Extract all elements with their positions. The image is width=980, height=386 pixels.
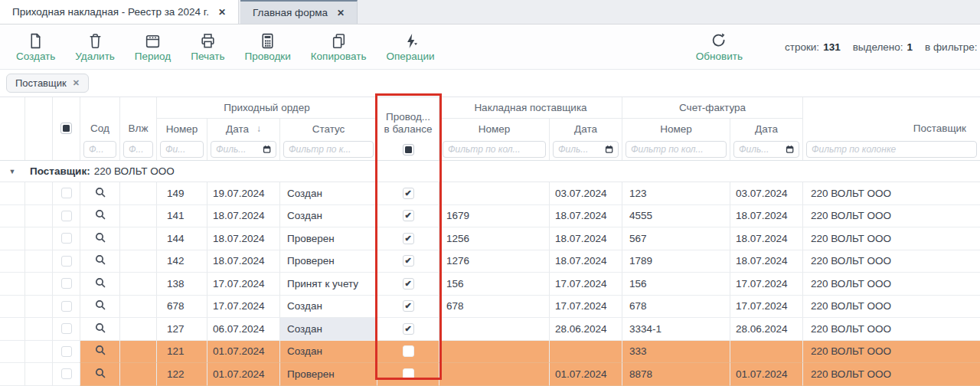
row-checkbox[interactable] (61, 301, 72, 312)
invoice-number-cell[interactable]: 8878 (622, 363, 730, 386)
supplier-cell[interactable]: 220 ВОЛЬТ ООО (802, 250, 980, 273)
row-sod-cell[interactable] (80, 363, 119, 386)
status-cell[interactable]: Создан (279, 182, 377, 205)
posted-in-balance-cell[interactable]: ✔ (377, 205, 439, 228)
row-checkbox[interactable] (61, 368, 72, 379)
column-header-supplier[interactable]: Поставщик (802, 97, 980, 139)
invoice-date-cell[interactable]: 17.07.2024 (730, 273, 802, 296)
supplier-cell[interactable]: 220 ВОЛЬТ ООО (802, 205, 980, 228)
order-number-cell[interactable]: 138 (156, 273, 207, 296)
supplier-invoice-date-cell[interactable]: 18.07.2024 (549, 250, 622, 273)
remove-filter-icon[interactable]: ✕ (73, 78, 80, 88)
supplier-invoice-number-cell[interactable] (439, 182, 549, 205)
supplier-invoice-number-cell[interactable]: 156 (439, 273, 549, 296)
filter-input-supplier[interactable] (812, 144, 972, 155)
order-number-cell[interactable]: 142 (156, 250, 207, 273)
filter-input-vlj[interactable] (129, 144, 148, 155)
toolbar-button[interactable]: Печать (181, 25, 234, 69)
invoice-date-cell[interactable]: 03.07.2024 (730, 182, 802, 205)
toolbar-button[interactable]: Проводки (234, 25, 300, 69)
status-cell[interactable]: Принят к учету (279, 273, 377, 296)
status-cell[interactable]: Создан (279, 318, 377, 341)
row-checkbox[interactable] (61, 188, 72, 198)
table-row[interactable]: 14919.07.2024Создан✔03.07.202412303.07.2… (0, 182, 980, 205)
open-record-icon[interactable] (94, 186, 106, 201)
column-header-status[interactable]: Статус (279, 119, 377, 139)
row-checkbox[interactable] (61, 278, 72, 289)
posted-in-balance-cell[interactable] (377, 363, 439, 386)
open-record-icon[interactable] (94, 322, 106, 336)
filter-input-status[interactable] (289, 144, 368, 155)
posted-in-balance-cell[interactable]: ✔ (377, 318, 439, 341)
posted-in-balance-cell[interactable]: ✔ (377, 182, 439, 205)
supplier-invoice-number-cell[interactable] (439, 341, 549, 364)
table-row[interactable]: 13817.07.2024Принят к учету✔15617.07.202… (0, 273, 980, 296)
supplier-invoice-number-cell[interactable]: 678 (439, 296, 549, 319)
posted-in-balance-cell[interactable] (377, 341, 439, 364)
supplier-invoice-date-cell[interactable]: 03.07.2024 (549, 182, 622, 205)
table-row[interactable]: 14418.07.2024Проверен✔125618.07.20245671… (0, 227, 980, 250)
order-date-cell[interactable]: 18.07.2024 (207, 205, 279, 228)
order-number-cell[interactable]: 127 (156, 318, 207, 341)
column-header-order-number[interactable]: Номер (156, 119, 207, 139)
filter-input-order-number[interactable] (165, 144, 198, 155)
supplier-cell[interactable]: 220 ВОЛЬТ ООО (802, 296, 980, 319)
supplier-invoice-date-cell[interactable]: 18.07.2024 (549, 227, 622, 250)
select-all-checkbox[interactable] (52, 97, 80, 139)
invoice-date-cell[interactable] (730, 341, 802, 364)
order-number-cell[interactable]: 144 (156, 227, 207, 250)
supplier-cell[interactable]: 220 ВОЛЬТ ООО (802, 273, 980, 296)
row-sod-cell[interactable] (80, 341, 119, 364)
filter-input-sf-number[interactable] (631, 144, 721, 155)
row-checkbox[interactable] (61, 256, 72, 267)
posted-checkbox-checked[interactable]: ✔ (403, 233, 414, 244)
posted-checkbox-checked[interactable]: ✔ (403, 323, 414, 335)
invoice-date-cell[interactable]: 18.07.2024 (730, 227, 802, 250)
row-select-cell[interactable] (52, 182, 80, 205)
select-all-checkbox-box[interactable] (60, 123, 72, 134)
invoice-date-cell[interactable]: 17.07.2024 (730, 296, 802, 319)
refresh-button[interactable]: Обновить (686, 31, 753, 62)
posted-in-balance-cell[interactable]: ✔ (377, 250, 439, 273)
order-number-cell[interactable]: 141 (156, 205, 207, 228)
supplier-cell[interactable]: 220 ВОЛЬТ ООО (802, 341, 980, 364)
filter-input-sod[interactable] (89, 144, 111, 155)
toolbar-button[interactable]: Период (125, 25, 181, 69)
posted-filter-checkbox[interactable] (403, 144, 414, 155)
row-sod-cell[interactable] (80, 318, 119, 341)
filter-input-inv-number[interactable] (448, 144, 541, 155)
supplier-invoice-date-cell[interactable]: 01.07.2024 (549, 363, 622, 386)
collapse-group-icon[interactable]: ▼ (0, 161, 24, 182)
row-select-cell[interactable] (52, 205, 80, 228)
supplier-invoice-number-cell[interactable] (439, 318, 549, 341)
toolbar-button[interactable]: Удалить (65, 25, 125, 69)
invoice-number-cell[interactable]: 156 (622, 273, 730, 296)
posted-checkbox-checked[interactable]: ✔ (403, 188, 414, 199)
supplier-cell[interactable]: 220 ВОЛЬТ ООО (802, 182, 980, 205)
supplier-invoice-number-cell[interactable]: 1256 (439, 227, 549, 250)
order-date-cell[interactable]: 01.07.2024 (207, 341, 279, 364)
tab-main-form[interactable]: Главная форма ✕ (240, 0, 358, 24)
row-sod-cell[interactable] (80, 296, 119, 319)
row-sod-cell[interactable] (80, 273, 119, 296)
supplier-cell[interactable]: 220 ВОЛЬТ ООО (802, 318, 980, 341)
row-select-cell[interactable] (52, 273, 80, 296)
invoice-number-cell[interactable]: 333 (622, 341, 730, 364)
invoice-number-cell[interactable]: 123 (622, 182, 730, 205)
table-row[interactable]: 12201.07.2024Проверен01.07.2024887801.07… (0, 363, 980, 386)
filter-chip-supplier[interactable]: Поставщик ✕ (6, 74, 89, 93)
row-select-cell[interactable] (52, 363, 80, 386)
supplier-invoice-date-cell[interactable]: 17.07.2024 (549, 296, 622, 319)
posted-checkbox-unchecked[interactable] (403, 368, 414, 380)
open-record-icon[interactable] (94, 254, 106, 268)
status-cell[interactable]: Создан (279, 341, 377, 364)
row-checkbox[interactable] (61, 233, 72, 244)
supplier-invoice-number-cell[interactable]: 1276 (439, 250, 549, 273)
invoice-number-cell[interactable]: 3334-1 (622, 318, 730, 341)
invoice-number-cell[interactable]: 1789 (622, 250, 730, 273)
operations-button[interactable]: Операции (376, 25, 444, 69)
posted-in-balance-cell[interactable]: ✔ (377, 227, 439, 250)
table-row[interactable]: 14218.07.2024Проверен✔127618.07.20241789… (0, 250, 980, 273)
open-record-icon[interactable] (94, 231, 106, 246)
open-record-icon[interactable] (94, 344, 106, 358)
